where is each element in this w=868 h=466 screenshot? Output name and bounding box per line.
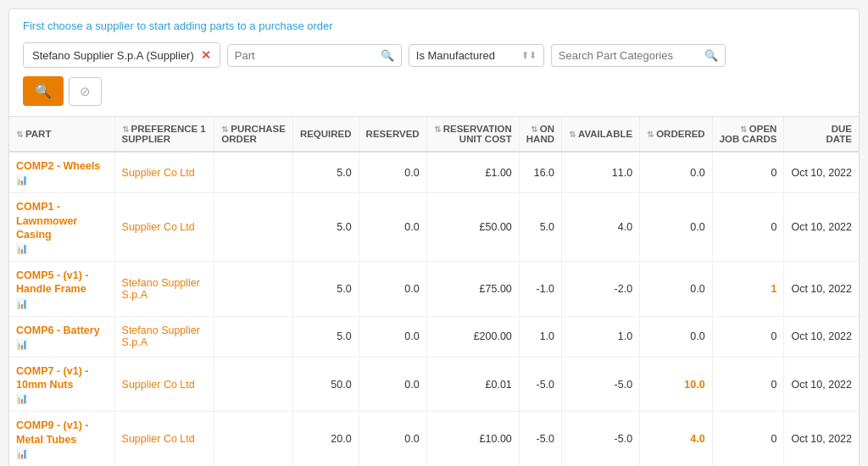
unit-cost-cell: £50.00 [426,193,519,262]
col-on-hand[interactable]: ⇅ONHAND [519,117,561,152]
reserved-cell: 0.0 [359,262,426,317]
due-date-cell: Oct 10, 2022 [784,193,859,262]
select-arrow-icon: ⬆⬇ [521,50,537,61]
ordered-cell: 0.0 [640,152,713,193]
on-hand-cell: -5.0 [519,412,561,466]
purchase-order-cell [214,193,293,262]
open-job-cards-cell: 1 [712,262,784,317]
ordered-cell: 0.0 [640,316,713,357]
category-search-wrap: 🔍 [551,44,726,67]
supplier-link[interactable]: Stefano Supplier S.p.A [122,325,200,348]
on-hand-cell: 1.0 [519,316,561,357]
on-hand-cell: 16.0 [519,152,561,193]
required-cell: 50.0 [292,357,359,412]
due-date-cell: Oct 10, 2022 [784,316,859,357]
on-hand-cell: -1.0 [519,262,561,317]
filter-section: First choose a supplier to start adding … [9,9,859,117]
on-hand-cell: -5.0 [519,357,561,412]
ordered-cell: 4.0 [640,412,713,466]
supplier-cell: Supplier Co Ltd [114,152,214,193]
sort-arrows-open-job-cards: ⇅ [740,125,747,134]
chart-icon[interactable]: 📊 [16,448,28,459]
part-link[interactable]: COMP5 - (v1) - Handle Frame [16,269,108,297]
supplier-link[interactable]: Supplier Co Ltd [122,433,195,445]
open-job-cards-cell: 0 [712,412,784,466]
available-cell: 4.0 [562,193,640,262]
supplier-cell: Stefano Supplier S.p.A [114,262,214,317]
part-link[interactable]: COMP7 - (v1) - 10mm Nuts [16,364,108,392]
chart-icon[interactable]: 📊 [16,298,28,309]
col-due-date[interactable]: DUEDATE [784,117,859,152]
ordered-cell: 10.0 [640,357,713,412]
available-cell: -2.0 [562,262,640,317]
part-link[interactable]: COMP2 - Wheels [16,159,108,173]
required-cell: 5.0 [292,152,359,193]
search-button-icon: 🔍 [35,83,52,99]
chart-icon[interactable]: 📊 [16,243,28,254]
supplier-cell: Supplier Co Ltd [114,193,214,262]
filter-row: Stefano Supplier S.p.A (Supplier) ✕ 🔍 Is… [23,42,845,68]
available-cell: 11.0 [562,152,640,193]
supplier-link[interactable]: Supplier Co Ltd [122,221,195,233]
part-search-input[interactable] [235,49,377,62]
due-date-cell: Oct 10, 2022 [784,262,859,317]
table-row: COMP6 - Battery 📊 Stefano Supplier S.p.A… [9,316,859,357]
due-date-cell: Oct 10, 2022 [784,152,859,193]
part-cell: COMP1 - Lawnmower Casing 📊 [9,193,114,262]
table-row: COMP1 - Lawnmower Casing 📊 Supplier Co L… [9,193,859,262]
required-cell: 20.0 [292,412,359,466]
table-header: ⇅PART ⇅PREFERENCE 1SUPPLIER ⇅PURCHASEORD… [9,117,859,152]
col-part[interactable]: ⇅PART [9,117,114,152]
part-cell: COMP2 - Wheels 📊 [9,152,114,193]
supplier-cell: Supplier Co Ltd [114,357,214,412]
unit-cost-cell: £75.00 [426,262,519,317]
col-purchase-order[interactable]: ⇅PURCHASEORDER [214,117,293,152]
supplier-link[interactable]: Stefano Supplier S.p.A [122,277,200,301]
manufactured-select[interactable]: Is Manufactured [416,49,521,62]
purchase-order-cell [214,152,293,193]
part-search-wrap: 🔍 [227,44,402,67]
table-row: COMP2 - Wheels 📊 Supplier Co Ltd 5.0 0.0… [9,152,859,193]
table-row: COMP7 - (v1) - 10mm Nuts 📊 Supplier Co L… [9,357,859,412]
supplier-tag: Stefano Supplier S.p.A (Supplier) ✕ [23,42,220,68]
required-cell: 5.0 [292,193,359,262]
supplier-link[interactable]: Supplier Co Ltd [122,379,195,391]
part-link[interactable]: COMP6 - Battery [16,324,108,337]
clear-button[interactable]: ⊘ [69,77,102,106]
col-unit-cost[interactable]: ⇅RESERVATIONUNIT COST [426,117,519,152]
available-cell: -5.0 [562,412,640,466]
open-job-cards-cell: 0 [712,152,784,193]
purchase-order-cell [214,316,293,357]
parts-table: ⇅PART ⇅PREFERENCE 1SUPPLIER ⇅PURCHASEORD… [9,117,859,466]
sort-arrows-on-hand: ⇅ [531,125,537,134]
open-job-cards-cell: 0 [712,316,784,357]
reserved-cell: 0.0 [359,412,426,466]
search-button[interactable]: 🔍 [23,76,64,106]
col-reserved[interactable]: RESERVED [359,117,426,152]
reserved-cell: 0.0 [359,193,426,262]
category-search-input[interactable] [559,49,701,62]
on-hand-cell: 5.0 [519,193,561,262]
sort-arrows-purchase-order: ⇅ [221,125,228,134]
required-cell: 5.0 [292,262,359,317]
col-available[interactable]: ⇅AVAILABLE [562,117,640,152]
col-open-job-cards[interactable]: ⇅OPENJOB CARDS [712,117,784,152]
part-link[interactable]: COMP1 - Lawnmower Casing [16,200,108,241]
chart-icon[interactable]: 📊 [16,393,28,404]
part-cell: COMP6 - Battery 📊 [9,316,114,357]
available-cell: -5.0 [562,357,640,412]
supplier-tag-label: Stefano Supplier S.p.A (Supplier) [32,49,194,62]
chart-icon[interactable]: 📊 [16,175,28,186]
remove-supplier-button[interactable]: ✕ [201,48,211,62]
chart-icon[interactable]: 📊 [16,339,28,350]
sort-arrows-available: ⇅ [569,130,576,139]
col-required[interactable]: REQUIRED [292,117,359,152]
info-banner: First choose a supplier to start adding … [23,19,845,32]
col-pref-supplier[interactable]: ⇅PREFERENCE 1SUPPLIER [114,117,214,152]
purchase-order-cell [214,357,293,412]
part-link[interactable]: COMP9 - (v1) - Metal Tubes [16,419,108,447]
supplier-link[interactable]: Supplier Co Ltd [122,167,195,179]
sort-arrows-unit-cost: ⇅ [434,125,441,134]
col-ordered[interactable]: ⇅ORDERED [640,117,713,152]
clear-button-icon: ⊘ [80,84,91,99]
